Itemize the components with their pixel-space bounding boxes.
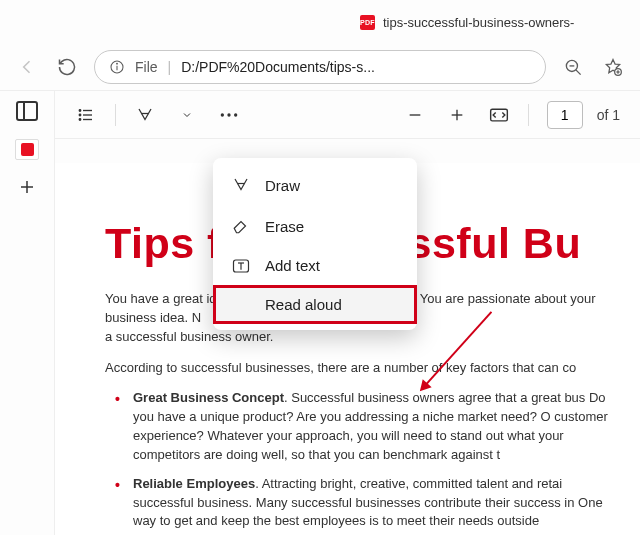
fit-page-button[interactable] [482, 98, 516, 132]
svg-line-4 [575, 69, 580, 74]
menu-label: Erase [265, 218, 304, 235]
vertical-tabs-toggle[interactable] [16, 101, 38, 121]
list-item: Reliable Employees. Attracting bright, c… [133, 475, 614, 532]
more-tools-button[interactable] [212, 98, 246, 132]
zoom-out-button[interactable] [398, 98, 432, 132]
pdf-toolbar: of 1 [55, 91, 640, 139]
address-bar[interactable]: File | D:/PDF%20Documents/tips-s... [94, 50, 546, 84]
highlighter-dropdown[interactable] [170, 98, 204, 132]
menu-item-read-aloud[interactable]: Read aloud [213, 285, 417, 324]
menu-item-erase[interactable]: Erase [213, 206, 417, 246]
tab-title[interactable]: tips-successful-business-owners- [383, 15, 574, 30]
vertical-tab-pdf[interactable] [15, 139, 39, 160]
toolbar-divider [115, 104, 116, 126]
svg-point-15 [79, 118, 81, 120]
back-button[interactable] [14, 54, 40, 80]
refresh-button[interactable] [54, 54, 80, 80]
table-of-contents-button[interactable] [69, 98, 103, 132]
zoom-out-quick-button[interactable] [560, 54, 586, 80]
list-item: Great Business Concept. Successful busin… [133, 389, 614, 464]
doc-paragraph: According to successful businesses, ther… [105, 359, 614, 378]
erase-icon [231, 217, 251, 235]
menu-label: Draw [265, 177, 300, 194]
menu-label: Add text [265, 257, 320, 274]
vertical-tabs [0, 91, 54, 535]
favorite-button[interactable] [600, 54, 626, 80]
svg-point-18 [221, 113, 224, 116]
menu-label: Read aloud [265, 296, 342, 313]
browser-tabstrip: PDF tips-successful-business-owners- [0, 0, 640, 44]
toolbar-divider [528, 104, 529, 126]
doc-list: Great Business Concept. Successful busin… [105, 389, 614, 531]
address-separator: | [168, 59, 172, 75]
page-total-label: of 1 [591, 107, 626, 123]
page-number-input[interactable] [547, 101, 583, 129]
more-tools-menu: Draw Erase Add text Read aloud [213, 158, 417, 330]
text-icon [231, 258, 251, 274]
tabs-icon [16, 101, 38, 121]
draw-icon [231, 175, 251, 195]
address-source-label: File [135, 59, 158, 75]
svg-point-19 [227, 113, 230, 116]
menu-item-add-text[interactable]: Add text [213, 246, 417, 285]
zoom-in-button[interactable] [440, 98, 474, 132]
svg-point-2 [117, 63, 118, 64]
pdf-favicon-icon: PDF [360, 15, 375, 30]
browser-navbar: File | D:/PDF%20Documents/tips-s... [0, 44, 640, 90]
svg-point-20 [234, 113, 237, 116]
new-tab-button[interactable] [18, 178, 36, 196]
pdf-mini-icon [21, 143, 34, 156]
menu-item-draw[interactable]: Draw [213, 164, 417, 206]
highlighter-button[interactable] [128, 98, 162, 132]
info-icon [109, 59, 125, 75]
address-url: D:/PDF%20Documents/tips-s... [181, 59, 531, 75]
svg-point-11 [79, 109, 81, 111]
svg-point-13 [79, 114, 81, 116]
